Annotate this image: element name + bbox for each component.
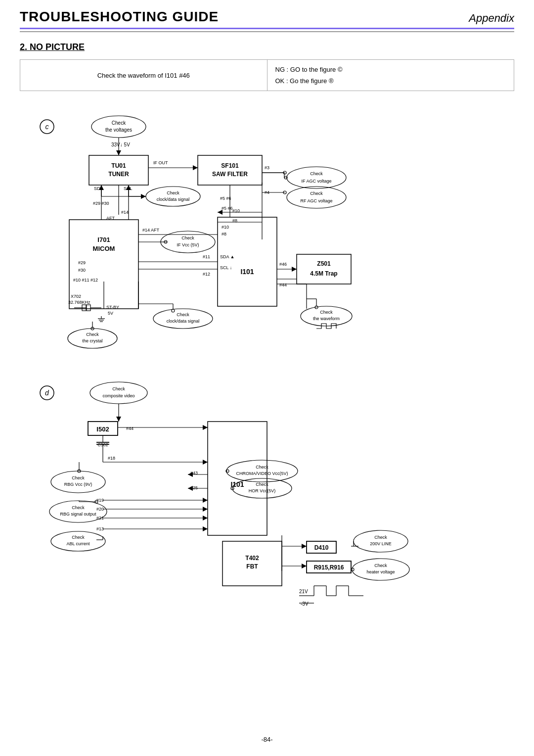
svg-marker-79 <box>292 267 297 272</box>
ng-text: NG : GO to the figure © <box>275 66 506 73</box>
svg-rect-59 <box>218 217 277 306</box>
svg-text:#20: #20 <box>96 507 104 512</box>
svg-text:FBT: FBT <box>246 563 258 570</box>
svg-text:the crystal: the crystal <box>82 338 102 343</box>
svg-text:200V LINE: 200V LINE <box>370 541 392 546</box>
svg-text:#30: #30 <box>78 268 86 273</box>
svg-point-70 <box>172 309 175 312</box>
svg-text:#14   AFT: #14 AFT <box>142 228 160 233</box>
svg-text:TUNER: TUNER <box>108 171 129 178</box>
svg-text:#10: #10 <box>222 225 229 230</box>
page: TROUBLESHOOTING GUIDE Appendix 2. NO PIC… <box>0 0 534 756</box>
svg-text:RF AGC voltage: RF AGC voltage <box>300 198 332 203</box>
svg-text:Check: Check <box>112 120 126 126</box>
svg-text:#3: #3 <box>265 165 269 170</box>
header-divider <box>20 31 514 32</box>
svg-text:Check: Check <box>310 191 323 196</box>
svg-text:T402: T402 <box>245 555 259 562</box>
table-right-cell: NG : GO to the figure © OK : Go the figu… <box>267 60 514 91</box>
svg-marker-202 <box>302 544 307 549</box>
svg-marker-206 <box>302 564 307 568</box>
svg-marker-190 <box>203 526 208 531</box>
svg-text:#12: #12 <box>203 272 210 277</box>
svg-marker-176 <box>203 507 208 512</box>
main-diagram: c Check the voltages 33V↓ 5V TU01 TUNER … <box>20 106 514 724</box>
svg-text:IF Vcc (5V): IF Vcc (5V) <box>177 242 199 247</box>
svg-point-47 <box>287 187 346 208</box>
svg-text:Check: Check <box>310 171 323 176</box>
svg-text:I101: I101 <box>230 480 244 488</box>
svg-text:#29: #29 <box>78 260 86 265</box>
svg-text:TU01: TU01 <box>111 162 126 169</box>
svg-text:33V↓ 5V: 33V↓ 5V <box>111 142 130 147</box>
svg-rect-74 <box>297 254 351 284</box>
svg-rect-8 <box>89 155 148 185</box>
svg-text:#19: #19 <box>96 498 104 503</box>
svg-text:Check: Check <box>167 190 179 195</box>
svg-point-131 <box>90 382 147 404</box>
svg-marker-149 <box>203 460 208 465</box>
svg-text:clock/data signal: clock/data signal <box>167 319 200 324</box>
svg-text:ABL current: ABL current <box>66 541 90 546</box>
svg-marker-179 <box>203 516 208 520</box>
svg-text:Z501: Z501 <box>317 260 331 267</box>
svg-text:#44: #44 <box>279 283 287 287</box>
svg-text:5V: 5V <box>108 311 113 316</box>
svg-marker-145 <box>203 425 208 430</box>
svg-text:#13: #13 <box>96 526 104 531</box>
table-left-cell: Check the waveform of I101 #46 <box>20 60 267 91</box>
svg-text:#29  #30: #29 #30 <box>93 201 109 206</box>
svg-text:HOR Vcc(5V): HOR Vcc(5V) <box>249 488 276 493</box>
page-number: -84- <box>20 736 514 743</box>
svg-text:#8: #8 <box>222 232 226 236</box>
header: TROUBLESHOOTING GUIDE Appendix <box>20 0 514 29</box>
svg-text:Check: Check <box>374 563 387 568</box>
svg-text:Check: Check <box>72 505 85 510</box>
svg-text:c: c <box>45 123 49 131</box>
svg-text:#18: #18 <box>108 456 115 461</box>
svg-marker-173 <box>203 498 208 503</box>
svg-text:clock/data signal: clock/data signal <box>157 197 190 202</box>
svg-text:#14: #14 <box>121 210 129 215</box>
svg-marker-7 <box>116 150 121 155</box>
svg-text:I502: I502 <box>96 425 109 433</box>
svg-text:#5   #6: #5 #6 <box>220 196 231 201</box>
svg-text:IF AGC voltage: IF AGC voltage <box>301 179 331 184</box>
svg-text:4.5M Trap: 4.5M Trap <box>310 270 337 277</box>
svg-text:#44: #44 <box>126 426 134 431</box>
section-title: 2. NO PICTURE <box>20 42 514 52</box>
svg-text:I701: I701 <box>97 236 110 243</box>
svg-text:d: d <box>45 389 49 397</box>
diagram-area: c Check the voltages 33V↓ 5V TU01 TUNER … <box>20 106 514 726</box>
svg-text:SDA ▲: SDA ▲ <box>220 254 234 259</box>
svg-text:I101: I101 <box>240 268 254 276</box>
svg-text:the waveform: the waveform <box>313 316 340 321</box>
svg-text:SAW FILTER: SAW FILTER <box>212 171 248 178</box>
svg-point-216 <box>351 568 354 571</box>
svg-text:composite video: composite video <box>102 393 134 398</box>
check-table: Check the waveform of I101 #46 NG : GO t… <box>20 59 514 91</box>
page-title: TROUBLESHOOTING GUIDE <box>20 9 219 25</box>
svg-text:#11: #11 <box>203 254 210 259</box>
svg-text:RBG signal output: RBG signal output <box>60 512 96 517</box>
svg-text:CHROMA/VIDEO Vcc(5V): CHROMA/VIDEO Vcc(5V) <box>236 471 288 476</box>
svg-text:X702: X702 <box>71 294 81 299</box>
svg-text:ST-BY: ST-BY <box>106 305 119 310</box>
svg-text:Check: Check <box>177 312 189 317</box>
svg-text:21V: 21V <box>299 589 308 594</box>
svg-text:R915,R916: R915,R916 <box>314 564 344 571</box>
svg-text:-3V: -3V <box>301 601 309 607</box>
svg-text:RBG Vcc (9V): RBG Vcc (9V) <box>64 482 92 487</box>
ok-text: OK : Go the figure ® <box>275 77 506 85</box>
svg-text:MICOM: MICOM <box>93 245 115 252</box>
svg-rect-86 <box>87 305 90 311</box>
svg-text:SF101: SF101 <box>221 162 239 169</box>
svg-text:Check: Check <box>72 535 85 540</box>
svg-point-19 <box>146 187 200 206</box>
svg-text:#5   #6: #5 #6 <box>222 206 233 211</box>
svg-point-2 <box>91 116 146 138</box>
svg-rect-16 <box>198 155 262 185</box>
svg-text:Check: Check <box>374 535 387 540</box>
svg-text:Check: Check <box>320 310 333 315</box>
svg-text:Check: Check <box>86 332 99 337</box>
